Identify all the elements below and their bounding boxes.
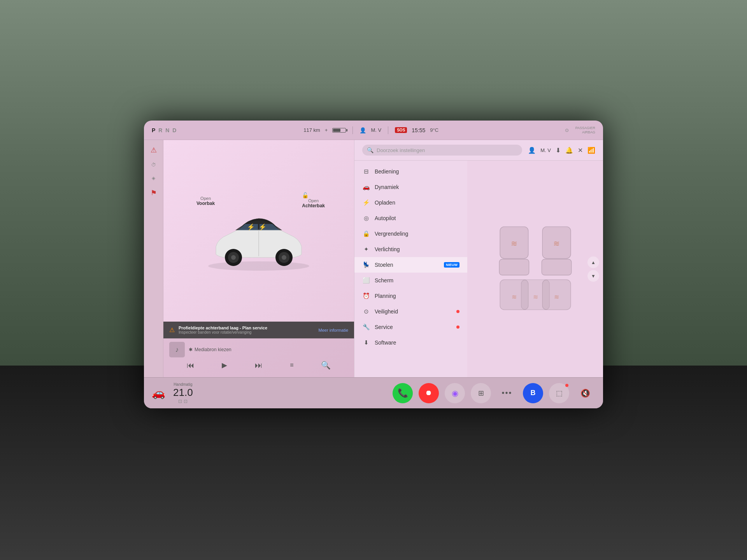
temperature-display: 9°C: [430, 127, 438, 133]
bluetooth-button[interactable]: B: [523, 383, 543, 403]
gear-p: P: [152, 127, 156, 133]
menu-item-software[interactable]: ⬇ Software: [354, 335, 467, 350]
music-note-icon: ♪: [175, 346, 179, 354]
gear-n: N: [165, 127, 170, 133]
record-button[interactable]: ⏺: [419, 383, 439, 403]
prev-track-button[interactable]: ⏮: [187, 361, 195, 370]
media-player: ♪ ✱ Mediabron kiezen ⏮ ▶ ⏭ ≡ 🔍: [163, 338, 354, 377]
alert-link[interactable]: Meer informatie: [319, 328, 348, 332]
time-display: 15:55: [412, 127, 425, 133]
gear-selector: P R N D: [152, 127, 177, 133]
grid-button[interactable]: ⊞: [471, 383, 491, 403]
heat-icon-rc: ≋: [533, 293, 538, 300]
temp-value-display: 21.0: [173, 387, 193, 399]
planning-icon: ⏰: [362, 292, 370, 299]
sos-badge[interactable]: SOS: [395, 127, 407, 133]
screen-button[interactable]: ⬚: [549, 383, 569, 403]
vergrendeling-icon: 🔒: [362, 230, 370, 237]
temperature-control[interactable]: Handmatig 21.0 ⊡ ⊡: [173, 382, 193, 404]
voice-button[interactable]: ◉: [445, 383, 465, 403]
bediening-label: Bediening: [375, 168, 459, 175]
settings-detail: ▲ ▼ ≋: [467, 161, 603, 377]
user-name-header: M. V: [540, 147, 551, 153]
veiligheid-dot: [456, 310, 459, 313]
divider-line2: [388, 126, 388, 134]
alert-banner[interactable]: ⚠ Profieldiepte achterband laag - Plan s…: [163, 322, 354, 338]
dynamiek-label: Dynamiek: [375, 184, 459, 190]
svg-point-6: [282, 255, 286, 260]
menu-item-veiligheid[interactable]: ⊙ Veiligheid: [354, 304, 467, 319]
status-center: 117 km + 👤 M. V SOS 15:55 9°C: [303, 126, 438, 134]
bell-icon[interactable]: 🔔: [565, 147, 573, 154]
service-label: Service: [375, 324, 452, 330]
service-dot: [456, 326, 459, 329]
bluetooth-source-icon: ✱: [189, 347, 193, 352]
warning-icon[interactable]: ⚠: [151, 146, 157, 154]
alert-icon[interactable]: ⚑: [151, 189, 157, 197]
scherm-icon: ⬜: [362, 277, 370, 284]
menu-item-vergrendeling[interactable]: 🔒 Vergrendeling: [354, 226, 467, 242]
divider-line: [352, 126, 353, 134]
car-view: Open Voorbak 🔓 Open Achterbak: [163, 140, 354, 322]
temp-mode-label: Handmatig: [174, 382, 192, 387]
username-status: M. V: [371, 127, 381, 133]
close-icon[interactable]: ✕: [578, 147, 583, 154]
battery-indicator: [332, 128, 346, 133]
temp-fan-icons: ⊡ ⊡: [178, 399, 188, 404]
media-source-label: Mediabron kiezen: [195, 347, 231, 352]
menu-item-planning[interactable]: ⏰ Planning: [354, 288, 467, 304]
vergrendeling-label: Vergrendeling: [375, 231, 459, 237]
car-area: Open Voorbak 🔓 Open Achterbak: [185, 188, 333, 274]
record-icon: ⏺: [425, 389, 432, 397]
more-button[interactable]: •••: [497, 383, 517, 403]
bluetooth-icon: B: [531, 389, 536, 397]
svg-point-3: [231, 255, 236, 260]
taskbar: 🚗 Handmatig 21.0 ⊡ ⊡ 📞 ⏺ ◉: [144, 377, 603, 408]
search-media-button[interactable]: 🔍: [321, 360, 331, 370]
car-icon[interactable]: 🚗: [152, 387, 165, 399]
menu-item-stoelen[interactable]: 💺 Stoelen NIEUW: [354, 257, 467, 273]
bediening-icon: ⊟: [362, 168, 370, 175]
signal-icon: 📶: [587, 147, 595, 154]
album-art: ♪: [169, 342, 185, 357]
scherm-label: Scherm: [375, 277, 459, 284]
fan-icon: ⊡: [184, 399, 188, 404]
phone-icon: 📞: [398, 388, 408, 398]
opladen-label: Opladen: [375, 200, 459, 206]
scroll-up-button[interactable]: ▲: [587, 256, 599, 268]
media-source[interactable]: ✱ Mediabron kiezen: [189, 347, 231, 352]
menu-item-bediening[interactable]: ⊟ Bediening: [354, 164, 467, 179]
scroll-down-button[interactable]: ▼: [587, 270, 599, 282]
verlichting-label: Verlichting: [375, 246, 459, 252]
menu-item-opladen[interactable]: ⚡ Opladen: [354, 195, 467, 210]
verlichting-icon: ✦: [362, 246, 370, 253]
menu-item-scherm[interactable]: ⬜ Scherm: [354, 273, 467, 288]
menu-item-dynamiek[interactable]: 🚗 Dynamiek: [354, 179, 467, 195]
range-display: 117 km: [303, 127, 320, 133]
menu-item-service[interactable]: 🔧 Service: [354, 319, 467, 335]
dynamiek-icon: 🚗: [362, 184, 370, 191]
user-icon: 👤: [528, 147, 536, 154]
mute-button[interactable]: 🔇: [575, 383, 595, 403]
user-icon-small: 👤: [359, 127, 366, 133]
phone-button[interactable]: 📞: [393, 383, 413, 403]
screen-inner: P R N D 117 km + 👤 M. V: [144, 121, 603, 408]
media-top: ♪ ✱ Mediabron kiezen: [169, 342, 348, 357]
status-right: ⊙ PASSAGIER AIRBAG: [565, 126, 595, 135]
search-box[interactable]: 🔍 Doorzoek instellingen: [362, 145, 522, 156]
play-button[interactable]: ▶: [222, 361, 227, 369]
settings-menu: ⊟ Bediening 🚗 Dynamiek ⚡ Opladen: [354, 161, 467, 377]
menu-item-autopilot[interactable]: ◎ Autopilot: [354, 210, 467, 226]
menu-item-verlichting[interactable]: ✦ Verlichting: [354, 242, 467, 257]
battery-fill: [333, 129, 340, 132]
range-icon: ◈: [152, 175, 155, 181]
autopilot-label: Autopilot: [375, 215, 459, 221]
next-track-button[interactable]: ⏭: [255, 361, 263, 370]
battery-bar: [332, 128, 346, 133]
left-sidebar: ⚠ ⏱ ◈ ⚑: [144, 140, 163, 377]
heat-icon-rl: ≋: [511, 293, 516, 300]
car-image: [196, 204, 321, 274]
software-label: Software: [375, 340, 459, 346]
svg-point-0: [208, 261, 309, 271]
main-content: ⚠ ⏱ ◈ ⚑ Open Voorbak: [144, 140, 603, 377]
